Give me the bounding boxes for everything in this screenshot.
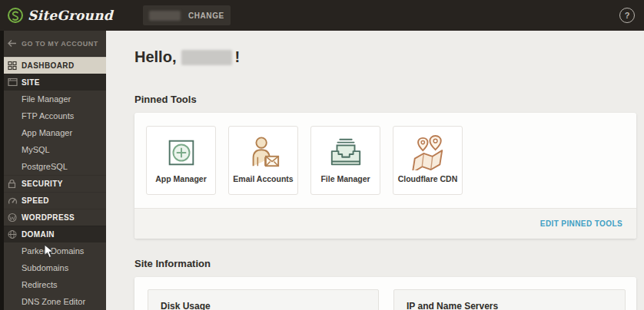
- sidebar-item-mysql[interactable]: MySQL: [0, 141, 106, 158]
- sidebar-item-site[interactable]: SITE: [0, 74, 106, 91]
- page-title: Hello, !: [134, 48, 636, 66]
- help-icon[interactable]: ?: [619, 8, 635, 23]
- site-window-icon: [8, 78, 18, 87]
- pinned-tools-title: Pinned Tools: [134, 94, 636, 105]
- sidebar-item-domain[interactable]: DOMAIN: [0, 226, 106, 242]
- sidebar-scrollbar[interactable]: [0, 31, 4, 310]
- disk-usage-panel: Disk Usage: [148, 289, 379, 310]
- tool-tile-file-manager[interactable]: File Manager: [310, 126, 380, 195]
- pinned-tools-grid: App Manager Email Accounts: [134, 113, 636, 208]
- tool-tile-app-manager[interactable]: App Manager: [146, 126, 216, 195]
- site-information-card: Disk Usage IP and Name Servers: [134, 277, 636, 310]
- sidebar-item-security[interactable]: SECURITY: [0, 175, 106, 192]
- site-information-title: Site Information: [134, 258, 636, 269]
- sidebar-item-parked-domains[interactable]: Parked Domains: [0, 242, 106, 259]
- sidebar-item-redirects[interactable]: Redirects: [0, 276, 106, 293]
- sidebar-item-wordpress[interactable]: WORDPRESS: [0, 209, 106, 226]
- sidebar-item-app-manager[interactable]: App Manager: [0, 124, 106, 141]
- tool-tile-email-accounts[interactable]: Email Accounts: [228, 126, 298, 195]
- arrow-left-icon: [8, 38, 18, 48]
- change-domain-button[interactable]: CHANGE: [188, 12, 224, 20]
- pinned-tools-footer: EDIT PINNED TOOLS: [134, 208, 636, 239]
- sidebar-item-ftp-accounts[interactable]: FTP Accounts: [0, 107, 106, 124]
- wordpress-icon: [8, 213, 18, 223]
- email-accounts-icon: [246, 134, 281, 172]
- siteground-logo-text: SiteGround: [28, 8, 113, 23]
- app-manager-icon: [164, 134, 199, 172]
- sidebar: GO TO MY ACCOUNT DASHBOARD SITE File Man…: [0, 31, 106, 310]
- globe-icon: [8, 229, 18, 239]
- domain-name-redacted: [149, 11, 181, 21]
- tool-tile-cloudflare-cdn[interactable]: Cloudflare CDN: [393, 126, 463, 195]
- dashboard-grid-icon: [8, 61, 18, 71]
- topbar: SiteGround CHANGE ?: [0, 0, 644, 31]
- main-content: Hello, ! Pinned Tools App Manager: [106, 31, 644, 310]
- siteground-logo[interactable]: SiteGround: [7, 7, 113, 24]
- sidebar-item-subdomains[interactable]: Subdomains: [0, 259, 106, 276]
- ip-name-servers-title: IP and Name Servers: [407, 301, 625, 310]
- cloudflare-cdn-icon: [410, 134, 446, 172]
- sidebar-item-dashboard[interactable]: DASHBOARD: [0, 57, 106, 74]
- sidebar-item-postgresql[interactable]: PostgreSQL: [0, 158, 106, 175]
- lock-icon: [8, 179, 18, 189]
- sidebar-item-speed[interactable]: SPEED: [0, 192, 106, 209]
- edit-pinned-tools-link[interactable]: EDIT PINNED TOOLS: [540, 219, 622, 228]
- disk-usage-title: Disk Usage: [161, 301, 378, 310]
- speedometer-icon: [8, 196, 18, 206]
- siteground-logo-icon: [7, 7, 24, 24]
- username-redacted: [181, 50, 232, 65]
- domain-selector[interactable]: CHANGE: [143, 5, 231, 25]
- ip-name-servers-panel: IP and Name Servers: [393, 289, 626, 310]
- sidebar-item-go-to-my-account[interactable]: GO TO MY ACCOUNT: [0, 31, 106, 57]
- sidebar-item-file-manager[interactable]: File Manager: [0, 91, 106, 107]
- pinned-tools-card: App Manager Email Accounts: [134, 113, 636, 239]
- sidebar-item-dns-zone-editor[interactable]: DNS Zone Editor: [0, 293, 106, 310]
- file-manager-icon: [328, 134, 363, 172]
